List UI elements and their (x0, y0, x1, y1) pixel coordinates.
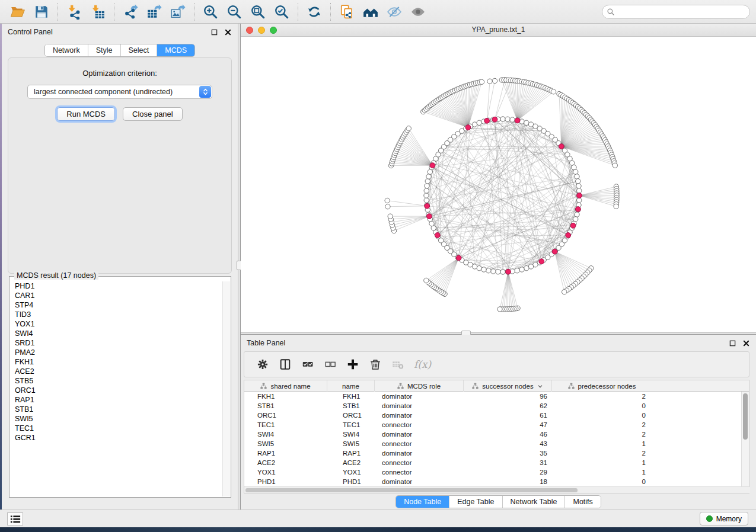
memory-button[interactable]: Memory (700, 512, 748, 525)
network-node[interactable] (576, 184, 581, 188)
table-row[interactable]: PHD1PHD1dominator180 (244, 477, 749, 486)
result-list-scrollbar[interactable] (222, 281, 230, 496)
network-node[interactable] (519, 267, 524, 272)
close-panel-button[interactable] (742, 339, 750, 347)
search-input[interactable] (602, 5, 750, 19)
show-all-button[interactable] (406, 2, 430, 22)
tab-motifs[interactable]: Motifs (564, 496, 600, 508)
column-header-MCDS-role[interactable]: MCDS role (375, 380, 464, 392)
network-node[interactable] (385, 204, 390, 209)
network-node[interactable] (575, 212, 579, 217)
table-vertical-scrollbar[interactable] (741, 392, 749, 486)
export-image-button[interactable] (166, 2, 190, 22)
mcds-network-node[interactable] (515, 118, 520, 123)
network-node[interactable] (479, 79, 484, 84)
table-row[interactable]: SWI5SWI5connector431 (244, 439, 749, 448)
network-node[interactable] (575, 174, 579, 179)
network-node[interactable] (388, 214, 393, 219)
window-minimize-button[interactable] (258, 27, 265, 34)
export-table-button[interactable] (142, 2, 166, 22)
network-node[interactable] (500, 117, 505, 121)
table-row[interactable]: RAP1RAP1dominator352 (244, 448, 749, 458)
network-node[interactable] (424, 198, 429, 203)
result-node-item[interactable]: STB1 (10, 405, 222, 414)
add-column-button[interactable] (343, 354, 363, 374)
scrollbar-thumb[interactable] (743, 393, 748, 440)
result-node-item[interactable]: STB5 (10, 376, 222, 386)
result-node-item[interactable]: TID3 (10, 310, 222, 319)
network-node[interactable] (406, 126, 411, 131)
result-node-item[interactable]: SWI4 (10, 329, 222, 338)
mcds-network-node[interactable] (492, 117, 497, 122)
apply-preferred-layout-button[interactable] (302, 2, 326, 22)
network-node[interactable] (385, 198, 390, 203)
zoom-fit-button[interactable] (246, 2, 270, 22)
scrollbar-thumb[interactable] (245, 488, 578, 492)
tab-node-table[interactable]: Node Table (396, 496, 449, 508)
network-node[interactable] (487, 79, 492, 84)
column-header-name[interactable]: name (327, 380, 375, 392)
result-node-item[interactable]: CAR1 (10, 291, 222, 300)
mcds-network-node[interactable] (430, 163, 435, 168)
import-table-button[interactable] (86, 2, 110, 22)
network-node[interactable] (424, 193, 429, 198)
network-canvas[interactable] (241, 37, 756, 332)
network-node[interactable] (426, 174, 431, 179)
mcds-network-node[interactable] (570, 223, 576, 228)
network-node[interactable] (477, 120, 481, 125)
mcds-network-node[interactable] (425, 203, 430, 209)
table-row[interactable]: FKH1FKH1dominator962 (244, 392, 749, 401)
tab-mcds[interactable]: MCDS (157, 44, 194, 56)
hide-selected-button[interactable] (382, 2, 406, 22)
delete-column-button[interactable] (365, 354, 385, 374)
network-node[interactable] (491, 269, 496, 274)
table-row[interactable]: STB1STB1dominator620 (244, 401, 749, 411)
column-header-shared-name[interactable]: shared name (244, 380, 327, 392)
zoom-selected-button[interactable] (270, 2, 294, 22)
mcds-network-node[interactable] (576, 207, 581, 212)
table-row[interactable]: ORC1ORC1dominator610 (244, 411, 749, 420)
mcds-network-node[interactable] (435, 233, 440, 238)
mcds-network-node[interactable] (566, 233, 571, 238)
result-node-item[interactable]: STP4 (10, 300, 222, 310)
network-node[interactable] (577, 188, 582, 193)
zoom-out-button[interactable] (222, 2, 246, 22)
close-panel-button[interactable] (224, 28, 232, 36)
result-node-item[interactable]: SRD1 (10, 338, 222, 348)
column-header-predecessor-nodes[interactable]: predecessor nodes (552, 380, 652, 392)
save-session-button[interactable] (30, 2, 53, 22)
network-node[interactable] (573, 169, 578, 174)
tab-network-table[interactable]: Network Table (502, 496, 565, 508)
network-node[interactable] (481, 267, 486, 272)
show-panels-list-button[interactable] (7, 512, 23, 525)
mcds-network-node[interactable] (465, 125, 471, 130)
window-close-button[interactable] (246, 27, 253, 34)
table-row[interactable]: SWI4SWI4dominator462 (244, 430, 749, 439)
network-node[interactable] (492, 78, 497, 83)
mcds-network-node[interactable] (552, 249, 557, 254)
result-node-item[interactable]: SWI5 (10, 414, 222, 424)
mcds-network-node[interactable] (456, 255, 461, 261)
result-node-item[interactable]: GCR1 (10, 433, 222, 443)
network-view[interactable] (241, 37, 756, 332)
network-node[interactable] (497, 307, 502, 312)
network-node[interactable] (424, 278, 429, 283)
network-node[interactable] (515, 268, 519, 273)
network-node[interactable] (614, 204, 618, 209)
open-session-button[interactable] (6, 2, 30, 22)
float-panel-button[interactable] (728, 339, 736, 347)
mcds-network-node[interactable] (539, 259, 544, 264)
network-node[interactable] (576, 179, 580, 184)
network-node[interactable] (510, 117, 515, 122)
new-network-from-selection-button[interactable] (335, 2, 359, 22)
first-neighbors-button[interactable] (359, 2, 382, 22)
float-panel-button[interactable] (210, 28, 218, 36)
result-node-item[interactable]: ACE2 (10, 367, 222, 376)
select-all-rows-button[interactable] (298, 354, 318, 374)
mcds-network-node[interactable] (426, 214, 432, 219)
network-node[interactable] (613, 163, 617, 168)
run-mcds-button[interactable]: Run MCDS (57, 107, 115, 121)
tab-network[interactable]: Network (45, 44, 88, 56)
mcds-network-node[interactable] (506, 269, 511, 274)
network-node[interactable] (496, 270, 500, 274)
